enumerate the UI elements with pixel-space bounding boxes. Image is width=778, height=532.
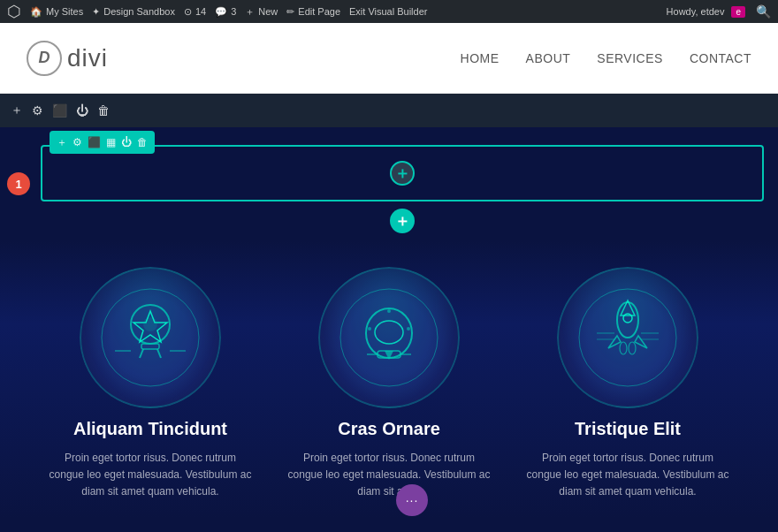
- svg-line-5: [157, 349, 161, 358]
- row-settings-btn[interactable]: ⚙: [72, 136, 82, 148]
- svg-rect-12: [378, 351, 400, 358]
- svg-point-16: [368, 327, 371, 331]
- svg-point-11: [375, 321, 403, 344]
- service-title-3: Tristique Elit: [575, 419, 681, 439]
- svg-line-4: [140, 349, 143, 358]
- logo-text: divi: [67, 44, 108, 72]
- comments-link[interactable]: 💬 3: [215, 6, 236, 18]
- row-layout-btn[interactable]: ⬛: [88, 136, 101, 148]
- comments-count: 3: [231, 6, 236, 17]
- updates-link[interactable]: ⊙ 14: [184, 6, 206, 18]
- edit-page-link[interactable]: ✏ Edit Page: [286, 6, 340, 18]
- row-delete-btn[interactable]: 🗑: [137, 136, 148, 148]
- search-icon[interactable]: 🔍: [756, 4, 771, 19]
- row-badge: 1: [7, 172, 30, 195]
- my-sites-icon: 🏠: [30, 6, 42, 18]
- row-module-toolbar: ＋ ⚙ ⬛ ▦ ⏻ 🗑: [50, 131, 155, 154]
- vb-delete-btn[interactable]: 🗑: [97, 103, 110, 118]
- nav-contact[interactable]: Contact: [690, 51, 751, 65]
- new-menu[interactable]: ＋ New: [245, 5, 278, 19]
- svg-point-20: [617, 302, 638, 338]
- service-card-1: Aliquam Tincidunt Proin eget tortor risu…: [44, 267, 256, 501]
- service-title-2: Cras Ornare: [338, 419, 440, 439]
- exit-builder-link[interactable]: Exit Visual Builder: [349, 6, 427, 17]
- my-sites-label: My Sites: [46, 6, 83, 17]
- service-svg-1: [97, 285, 203, 391]
- chat-bubble[interactable]: [396, 484, 428, 516]
- logo-letter: D: [39, 49, 50, 67]
- svg-rect-3: [141, 344, 159, 349]
- plus-icon: ＋: [245, 5, 255, 19]
- logo[interactable]: D divi: [27, 41, 108, 76]
- svg-point-18: [387, 309, 391, 313]
- svg-marker-21: [621, 300, 635, 315]
- service-icon-wrap-1: [80, 267, 221, 408]
- service-svg-2: [336, 285, 442, 391]
- row1-container: 1 ＋ ⚙ ⬛ ▦ ⏻ 🗑 ＋ ＋: [0, 127, 778, 240]
- svg-point-9: [340, 289, 438, 386]
- logo-circle: D: [27, 41, 62, 76]
- edit-icon: ✏: [286, 6, 294, 18]
- vb-toolbar: ＋ ⚙ ⬛ ⏻ 🗑: [0, 94, 778, 127]
- svg-marker-2: [133, 311, 167, 342]
- svg-point-25: [629, 342, 636, 354]
- svg-point-8: [143, 317, 157, 331]
- service-desc-1: Proin eget tortor risus. Donec rutrum co…: [44, 450, 256, 501]
- howdy-label: Howdy, etdev: [667, 6, 725, 17]
- svg-point-19: [579, 289, 676, 386]
- add-row-btn[interactable]: ＋: [390, 209, 415, 233]
- my-sites-menu[interactable]: 🏠 My Sites: [30, 6, 83, 18]
- sandbox-icon: ✦: [92, 6, 100, 18]
- new-label: New: [258, 6, 278, 17]
- service-desc-3: Proin eget tortor risus. Donec rutrum co…: [522, 450, 734, 501]
- svg-point-10: [366, 308, 412, 358]
- exit-builder-label: Exit Visual Builder: [349, 6, 427, 17]
- row-power-btn[interactable]: ⏻: [121, 136, 132, 148]
- add-module-btn[interactable]: ＋: [390, 161, 415, 186]
- service-card-2: Cras Ornare Proin eget tortor risus. Don…: [283, 267, 495, 501]
- vb-layout-btn[interactable]: ⬛: [52, 103, 67, 118]
- sandbox-label: Design Sandbox: [103, 6, 175, 17]
- svg-point-30: [623, 314, 632, 323]
- service-icon-wrap-3: [557, 267, 698, 408]
- service-desc-2-text: Proin eget tortor risus. Donec rutrum co…: [288, 452, 491, 498]
- services-section: Aliquam Tincidunt Proin eget tortor risu…: [0, 240, 778, 519]
- svg-point-17: [407, 327, 410, 331]
- nav-about[interactable]: About: [526, 51, 571, 65]
- edit-page-label: Edit Page: [298, 6, 340, 17]
- svg-point-0: [102, 289, 199, 386]
- nav-home[interactable]: Home: [461, 51, 500, 65]
- row-add-btn[interactable]: ＋: [57, 135, 67, 150]
- admin-bar-right: Howdy, etdev e 🔍: [667, 4, 771, 19]
- svg-marker-22: [608, 336, 621, 348]
- page-content: 1 ＋ ⚙ ⬛ ▦ ⏻ 🗑 ＋ ＋: [0, 127, 778, 532]
- row1-inner: ＋ ⚙ ⬛ ▦ ⏻ 🗑 ＋: [41, 145, 764, 201]
- row-cols-btn[interactable]: ▦: [106, 136, 116, 148]
- comment-icon: 💬: [215, 6, 227, 18]
- updates-count: 14: [195, 6, 206, 17]
- svg-marker-15: [385, 351, 393, 360]
- svg-marker-23: [635, 336, 647, 348]
- vb-power-btn[interactable]: ⏻: [76, 103, 88, 118]
- circle-icon: ⊙: [184, 6, 192, 18]
- svg-point-24: [620, 342, 627, 354]
- svg-point-1: [131, 305, 170, 344]
- service-card-3: Tristique Elit Proin eget tortor risus. …: [522, 267, 734, 501]
- vb-add-btn[interactable]: ＋: [11, 103, 23, 118]
- wp-logo-icon[interactable]: ⬡: [7, 2, 21, 21]
- service-svg-3: [575, 285, 681, 391]
- user-badge: e: [731, 6, 745, 18]
- site-nav: Home About Services Contact: [461, 51, 751, 65]
- site-header: D divi Home About Services Contact: [0, 23, 778, 94]
- nav-services[interactable]: Services: [597, 51, 663, 65]
- vb-settings-btn[interactable]: ⚙: [32, 103, 43, 118]
- design-sandbox-link[interactable]: ✦ Design Sandbox: [92, 6, 175, 18]
- service-desc-2: Proin eget tortor risus. Donec rutrum co…: [283, 450, 495, 501]
- admin-bar: ⬡ 🏠 My Sites ✦ Design Sandbox ⊙ 14 💬 3 ＋…: [0, 0, 778, 23]
- service-title-1: Aliquam Tincidunt: [73, 419, 227, 439]
- service-icon-wrap-2: [318, 267, 460, 408]
